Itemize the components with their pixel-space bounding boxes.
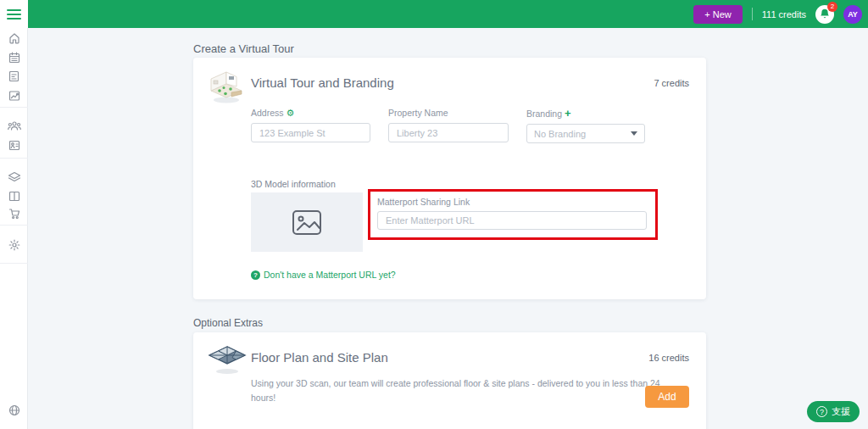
address-label: Address ⚙ [251,108,370,118]
sidebar-item-settings[interactable] [0,237,28,253]
virtual-tour-card: Virtual Tour and Branding 7 credits Addr… [193,58,706,299]
property-name-field-group: Property Name [388,108,509,143]
cart-icon [8,208,20,220]
card-title: Virtual Tour and Branding [251,75,394,90]
credits-counter[interactable]: 111 credits [762,9,806,20]
card-credits: 16 credits [648,353,689,363]
floor-plan-illustration-icon [208,343,247,376]
sidebar [0,0,28,429]
address-input[interactable] [251,123,370,142]
sidebar-item-3d-models[interactable] [0,169,28,184]
globe-icon [8,404,20,416]
notifications-button[interactable]: 2 [815,5,834,24]
id-card-icon [8,140,20,151]
support-button[interactable]: ? 支援 [807,401,860,422]
matterport-highlight-box: Matterport Sharing Link [368,189,658,240]
topbar: + New 111 credits 2 AY [28,0,868,28]
branding-field-group: Branding + No Branding [526,108,645,143]
tour-form-row: Address ⚙ Property Name Branding + No Br… [251,108,645,143]
matterport-link-label: Matterport Sharing Link [377,197,655,207]
branding-add-icon[interactable]: + [565,108,571,119]
sidebar-item-calendar[interactable] [0,50,28,65]
optional-extras-label: Optional Extras [193,317,263,329]
home-icon [8,32,20,44]
card-title: Floor Plan and Site Plan [251,350,388,365]
property-name-input[interactable] [388,123,509,142]
team-icon [8,120,21,131]
sidebar-item-cart[interactable] [0,206,28,221]
avatar[interactable]: AY [843,5,862,24]
notification-badge: 2 [827,2,837,12]
columns-icon [8,191,20,202]
branding-select[interactable]: No Branding [526,124,645,143]
calendar-icon [8,52,20,64]
address-settings-icon[interactable]: ⚙ [287,109,295,118]
sidebar-item-team[interactable] [0,118,28,133]
property-name-label: Property Name [388,108,509,118]
matterport-help-link[interactable]: ? Don't have a Matterport URL yet? [251,270,396,280]
hamburger-menu-button[interactable] [0,0,28,28]
sidebar-item-gallery[interactable] [0,188,28,203]
sidebar-item-home[interactable] [0,31,28,46]
chevron-down-icon [631,131,637,136]
question-icon: ? [251,270,260,280]
matterport-url-input[interactable] [377,211,647,230]
hamburger-icon [7,9,21,11]
add-floor-plan-button[interactable]: Add [645,386,689,408]
sidebar-item-analytics[interactable] [0,88,28,103]
sidebar-divider [0,225,28,226]
sidebar-divider [0,263,28,264]
page-title: Create a Virtual Tour [193,42,294,55]
new-button[interactable]: + New [693,5,743,24]
model-section-label: 3D Model information [251,179,336,189]
image-placeholder-icon [292,209,322,236]
document-icon [8,70,19,82]
floor-plan-card: Floor Plan and Site Plan 16 credits Usin… [193,332,706,429]
box-3d-icon [8,171,21,182]
address-field-group: Address ⚙ [251,108,370,143]
sidebar-divider [0,107,28,108]
sidebar-divider [0,158,28,159]
sidebar-item-language[interactable] [0,403,28,418]
help-icon: ? [816,406,827,417]
floor-plan-description: Using your 3D scan, our team will create… [251,376,685,406]
app-window: + New 111 credits 2 AY Create a Virtual … [0,0,868,429]
sidebar-item-contacts[interactable] [0,137,28,153]
topbar-divider [752,8,753,20]
settings-icon [8,239,20,251]
branding-label: Branding + [526,108,645,119]
sidebar-item-documents[interactable] [0,69,28,84]
card-credits: 7 credits [654,78,689,88]
virtual-tour-illustration-icon [208,69,245,104]
model-thumbnail-placeholder[interactable] [251,192,363,252]
chart-icon [8,90,20,102]
